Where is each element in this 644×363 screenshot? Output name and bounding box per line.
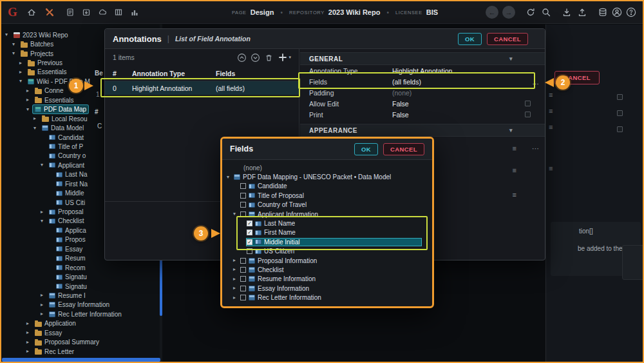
expand-icon[interactable]: ▸ — [26, 88, 33, 93]
collapse-icon[interactable]: ▾ — [41, 162, 47, 168]
field-checkbox[interactable] — [240, 202, 246, 208]
drag-handle-icon[interactable]: ≡ — [549, 165, 553, 172]
expand-icon[interactable]: ▸ — [233, 258, 240, 263]
collapse-icon[interactable]: ▾ — [19, 79, 26, 84]
field-checkbox[interactable] — [240, 276, 246, 282]
tree-horizontal-scrollbar[interactable] — [1, 358, 162, 362]
help-icon[interactable] — [626, 7, 636, 17]
tree-item-proposal-summary[interactable]: ▸Proposal Summary — [1, 337, 162, 346]
download-icon[interactable] — [562, 7, 572, 17]
fields-tree-item-checklist[interactable]: ▸Checklist — [222, 265, 432, 274]
field-checkbox[interactable]: ✓ — [247, 230, 252, 235]
drag-handle-icon[interactable]: ≡ — [513, 167, 516, 174]
cloud-icon[interactable] — [97, 7, 108, 17]
expand-icon[interactable]: ▸ — [33, 116, 40, 121]
fields-tree-item-resume-information[interactable]: ▸Resume Information — [222, 275, 432, 284]
field-checkbox[interactable] — [247, 248, 252, 254]
browse-button[interactable]: … — [532, 78, 540, 86]
fields-tree-item-middle-initial[interactable]: ✓Middle Initial — [222, 237, 432, 246]
tree-item-essay-information[interactable]: ▸Essay Information — [1, 300, 162, 309]
fields-tree-item-rec-letter-information[interactable]: ▸Rec Letter Information — [222, 293, 432, 302]
scrollbar-thumb[interactable] — [2, 358, 160, 362]
drag-handle-icon[interactable]: ≡ — [549, 124, 553, 131]
move-up-button[interactable] — [237, 53, 247, 63]
drag-handle-icon[interactable]: ≡ — [513, 145, 516, 152]
drag-handle-icon[interactable]: ≡ — [549, 108, 553, 115]
property-row-allow-edit[interactable]: Allow EditFalse — [300, 98, 545, 109]
fields-tree-item-pdf-data-mapping-unesco-packet-data-model[interactable]: ▾PDF Data Mapping - UNESCO Packet • Data… — [222, 172, 432, 181]
property-row-print[interactable]: PrintFalse — [300, 109, 545, 120]
ok-button[interactable]: OK — [354, 143, 378, 155]
home-icon[interactable] — [26, 7, 37, 17]
back-button[interactable]: ← — [486, 6, 498, 19]
fields-tree-item-applicant-information[interactable]: ▾Applicant Information — [222, 210, 432, 219]
refresh-icon[interactable] — [526, 7, 536, 17]
expand-icon[interactable]: ▸ — [19, 70, 26, 75]
fields-tree-item-last-name[interactable]: ✓Last Name — [222, 219, 432, 228]
fields-tree-item-candidate[interactable]: Candidate — [222, 182, 432, 191]
expand-icon[interactable]: ▸ — [41, 293, 47, 298]
ellipsis-icon[interactable]: ⋯ — [532, 145, 539, 152]
fields-tree-item-proposal-information[interactable]: ▸Proposal Information — [222, 256, 432, 265]
expand-icon[interactable]: ▸ — [26, 330, 33, 335]
expand-icon[interactable]: ▸ — [233, 286, 240, 291]
field-checkbox[interactable]: ✓ — [247, 239, 252, 245]
collapse-icon[interactable]: ▾ — [12, 51, 19, 56]
field-checkbox[interactable] — [240, 193, 246, 199]
tree-item-rec-letter[interactable]: ▸Rec Letter — [1, 347, 162, 356]
field-checkbox[interactable]: ✓ — [247, 221, 252, 226]
collapse-icon[interactable]: ▾ — [41, 219, 47, 224]
expand-icon[interactable]: ▸ — [26, 321, 33, 326]
cancel-button[interactable]: CANCEL — [383, 143, 424, 155]
repository-value[interactable]: 2023 Wiki Repo — [328, 8, 381, 16]
storage-icon[interactable] — [113, 7, 124, 17]
document-icon[interactable] — [65, 7, 75, 17]
checkbox[interactable] — [525, 101, 531, 106]
expand-icon[interactable]: ▸ — [233, 267, 240, 272]
tree-item-signatu[interactable]: Signatu — [1, 272, 162, 281]
expand-icon[interactable]: ▸ — [233, 277, 240, 282]
tree-item-signatu[interactable]: Signatu — [1, 282, 162, 291]
tree-item-essay[interactable]: ▸Essay — [1, 328, 162, 337]
chevron-down-icon[interactable]: ▾ — [509, 55, 513, 62]
upload-icon[interactable] — [577, 7, 587, 17]
delete-button[interactable] — [264, 53, 274, 63]
database-icon[interactable] — [598, 7, 608, 17]
drag-handle-icon[interactable]: ≡ — [513, 191, 516, 199]
chart-icon[interactable] — [129, 7, 140, 17]
checkbox[interactable] — [617, 110, 623, 116]
fields-tree-item-title-of-proposal[interactable]: Title of Proposal — [222, 191, 432, 200]
tree-item-rec-letter-information[interactable]: ▸Rec Letter Information — [1, 309, 162, 319]
add-button[interactable]: ▾ — [278, 52, 291, 63]
tree-item-application[interactable]: ▸Application — [1, 319, 162, 328]
expand-icon[interactable]: ▸ — [19, 61, 26, 66]
user-icon[interactable] — [612, 7, 622, 17]
collapse-icon[interactable]: ▾ — [5, 32, 12, 37]
page-value[interactable]: Design — [251, 8, 274, 16]
collapse-icon[interactable]: ▾ — [233, 211, 240, 217]
expand-icon[interactable]: ▸ — [26, 349, 33, 354]
checkbox[interactable] — [617, 126, 623, 132]
field-checkbox[interactable] — [240, 286, 246, 291]
move-down-button[interactable] — [251, 53, 260, 63]
property-row-fields[interactable]: Fields(all fields)… — [300, 76, 545, 87]
collapse-icon[interactable]: ▾ — [33, 126, 40, 131]
field-checkbox[interactable] — [240, 183, 246, 189]
fields-tree-item-us-citizen[interactable]: US Citizen — [222, 247, 432, 256]
checkbox[interactable] — [617, 94, 623, 100]
tree-item-recom[interactable]: Recom — [1, 263, 162, 272]
drag-handle-icon[interactable]: ≡ — [549, 92, 553, 99]
section-general[interactable]: GENERAL ▾ — [300, 52, 545, 65]
field-checkbox[interactable] — [240, 295, 246, 300]
collapse-icon[interactable]: ▾ — [227, 175, 233, 180]
tools-icon[interactable] — [44, 7, 55, 17]
property-row-annotation-type[interactable]: Annotation TypeHighlight Annotation — [300, 65, 545, 76]
property-row-padding[interactable]: Padding(none) — [300, 87, 545, 98]
annotation-table-row[interactable]: 0 Highlight Annotation (all fields) — [105, 81, 299, 95]
add-menu-caret-icon[interactable]: ▾ — [289, 55, 291, 60]
collapse-icon[interactable]: ▾ — [26, 107, 33, 112]
chevron-down-icon[interactable]: ▾ — [509, 127, 513, 133]
checkbox[interactable] — [525, 112, 531, 117]
field-checkbox[interactable] — [240, 258, 246, 264]
fields-tree-item-country-of-travel[interactable]: Country of Travel — [222, 201, 432, 210]
